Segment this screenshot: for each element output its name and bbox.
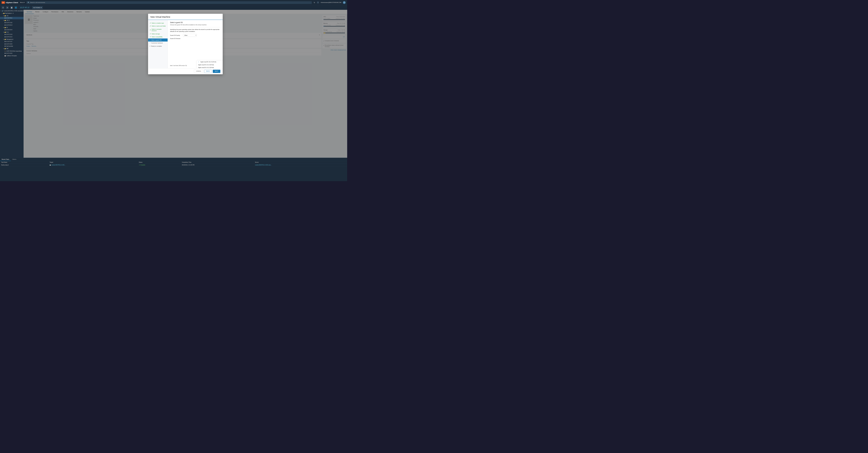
sidebar: ▾ 🔗 vcenter.MCSTD11-A-001.macstadium... … <box>0 10 24 158</box>
sidebar-item-catbench[interactable]: 📋 CatBench-Template <box>0 55 24 57</box>
icon-monitor[interactable]: 🖥 <box>6 6 8 9</box>
sidebar-item-12c2[interactable]: ▾ 📁 12C-2 <box>0 19 24 22</box>
status-label: Complete <box>140 164 145 166</box>
sidebar-item-label: 10.87.69.13 <box>6 25 12 26</box>
expand-icon: ▾ <box>2 13 2 14</box>
sidebar-item-vcenter[interactable]: ▾ 🔗 vcenter.MCSTD11-A-001.macstadium... <box>0 10 24 12</box>
modal-main-content: Select a guest OS Choose the guest OS th… <box>168 20 223 68</box>
th-completion-time[interactable]: Completion Time <box>181 161 254 164</box>
cancel-button[interactable]: CANCEL <box>194 70 203 73</box>
sidebar-item-label: MacStadium - A <box>5 13 13 14</box>
sidebar-item-vm6[interactable]: 🖥 10.87.33.15 <box>0 36 24 38</box>
sidebar-item-label: 10.32.45.11 <box>6 18 12 19</box>
template-icon: 📋 <box>4 55 6 57</box>
search-bar[interactable]: 🔍 Search in all environments <box>27 1 312 4</box>
step-8: 8 Ready to complete <box>148 45 168 47</box>
folder-icon: 📁 <box>4 20 6 21</box>
app-name: vSphere Client <box>6 1 18 3</box>
step7-num: 7 <box>150 42 151 44</box>
steps-panel: ✔ Select a creation type ✔ Select a name… <box>148 20 168 68</box>
help-icon[interactable]: ? <box>317 1 319 4</box>
menu-button[interactable]: Menu ▾ <box>20 2 25 3</box>
os-version-label: Guest OS Version: <box>170 38 182 39</box>
error-icon: ⬛ <box>4 50 6 52</box>
cell-completion-time: 06/18/2021, 3:11:56 PM <box>181 164 254 166</box>
table-row[interactable]: Deploy plug-in 🏢 vcenter.MCSTD11-A-001..… <box>0 164 347 166</box>
timestamp: 10:37:45 13 <box>19 6 30 9</box>
vm-icon: 🖥 <box>4 36 6 38</box>
os-family-select[interactable]: Other Windows Linux Mac OS Solaris <box>183 34 197 37</box>
sidebar-item-catcontroller[interactable]: 🖥 CatController <box>0 45 24 47</box>
sidebar-item-macstadium[interactable]: ▾ 📁 MacStadium - A <box>0 12 24 15</box>
th-target[interactable]: Target <box>49 161 137 164</box>
next-button[interactable]: NEXT <box>213 70 220 73</box>
sidebar-item-label: 6C <box>6 27 8 28</box>
icon-network[interactable]: 🌐 <box>14 6 17 9</box>
folder-icon: 📁 <box>4 31 6 33</box>
sidebar-item-6c[interactable]: ▾ 📁 6C <box>0 26 24 29</box>
os-family-row: Guest OS Family: Other Windows Linux Mac… <box>170 34 220 37</box>
sidebar-item-6c2[interactable]: ▾ 📁 6C-2 <box>0 31 24 33</box>
sidebar-item-label: 10.83.45.44 <box>6 29 12 31</box>
sidebar-item-vm2[interactable]: 🖥 10.87.0.312 <box>0 22 24 24</box>
secondbar: ⊞ 🖥 💾 🌐 10:37:45 13 ACTIONS ▾ <box>0 5 347 10</box>
modal-header: New Virtual Machine <box>148 14 223 20</box>
vm-icon: 🖥 <box>4 22 6 24</box>
folder-icon: 📁 <box>4 27 6 28</box>
refresh-icon[interactable]: ↻ <box>314 1 315 4</box>
vm-icon: 🖥 <box>4 41 6 42</box>
th-status[interactable]: Status <box>138 161 181 164</box>
sidebar-item-mm[interactable]: ▾ 📁 MM <box>0 47 24 50</box>
folder-icon: 📁 <box>4 48 6 50</box>
folder-icon: 📁 <box>3 13 5 14</box>
os-version-row: Guest OS Version: Apple macOS 10.14 (64-… <box>170 38 220 39</box>
status-check-icon: ✔ <box>139 164 140 166</box>
sidebar-item-vm8[interactable]: 🖥 10.87.43.03 <box>0 43 24 45</box>
sidebar-item-vm4[interactable]: 🖥 10.83.45.44 <box>0 29 24 31</box>
step-7: 7 Customize hardware <box>148 41 168 44</box>
bottom-tab-alarms[interactable]: Alarms <box>11 158 18 161</box>
icon-grid[interactable]: ⊞ <box>1 6 4 9</box>
sidebar-item-management[interactable]: ▾ 📁 Management <box>0 38 24 40</box>
sidebar-item-vm5[interactable]: 🖥 10.87.10.16 <box>0 33 24 36</box>
sidebar-item-label: 10.87.33.15 <box>6 36 12 38</box>
bottom-tab-recent-tasks[interactable]: Recent Tasks <box>0 158 11 161</box>
sidebar-item-label: 10.87.43.03 <box>6 43 12 45</box>
vm-icon: 🖥 <box>4 43 6 45</box>
sidebar-item-vm10[interactable]: 🖥 10.87.40.20 <box>0 52 24 55</box>
new-vm-modal: New Virtual Machine ✔ Select a creation … <box>148 14 223 74</box>
sidebar-item-label: vcenter.MCSTD11-A-001.macstadium... <box>4 10 24 12</box>
vm-icon: 🖥 <box>4 29 6 31</box>
step6-label: Select a guest OS <box>151 39 161 41</box>
modal-title: New Virtual Machine <box>151 16 220 18</box>
sidebar-item-12c[interactable]: ▾ 📁 12C <box>0 14 24 17</box>
vcenter-icon: 🔗 <box>2 10 3 12</box>
sidebar-item-label: MM <box>6 48 8 50</box>
th-task-name[interactable]: Task Name <box>0 161 49 164</box>
expand-icon: ▾ <box>3 15 4 17</box>
step-1: ✔ Select a creation type <box>148 21 168 25</box>
actions-button[interactable]: ACTIONS ▾ <box>32 6 43 9</box>
dropdown-item-2[interactable]: Apple macOS 10.12 (64-bit) <box>197 66 223 68</box>
th-server[interactable]: Server <box>254 161 347 164</box>
step8-num: 8 <box>150 45 151 47</box>
sidebar-item-vm3[interactable]: 🖥 10.87.69.13 <box>0 24 24 27</box>
sidebar-item-vm1[interactable]: 🖥 10.32.45.11 <box>0 17 24 20</box>
back-button[interactable]: BACK <box>204 70 212 73</box>
topbar: vm vSphere Client Menu ▾ 🔍 Search in all… <box>0 0 347 5</box>
step5-check-icon: ✔ <box>150 36 151 37</box>
description: Identifying the guest operating system h… <box>170 29 220 32</box>
sidebar-item-label: 10.87.40.20 <box>6 53 12 54</box>
icon-storage[interactable]: 💾 <box>10 6 13 9</box>
sidebar-item-vm9[interactable]: ⬛ 10.87.45.96 (Not responding) <box>0 50 24 52</box>
user-label[interactable]: Administrator@MACSTADIUM.COM <box>320 2 341 3</box>
collapse-icon: ▾ <box>1 10 1 12</box>
sidebar-item-label: CatBench-Template <box>6 55 17 57</box>
tasks-table: Task Name Target Status Completion Time … <box>0 161 347 166</box>
avatar[interactable]: A <box>343 1 346 4</box>
step-3: ✔ Select a compute resource <box>148 28 168 32</box>
os-version-dropdown[interactable]: Apple macOS 10.14 (64-bit) Apple macOS 1… <box>197 60 223 68</box>
sidebar-item-vm7[interactable]: 🖥 10.23.4.217 <box>0 40 24 43</box>
dropdown-item-1[interactable]: Apple macOS 10.13 (64-bit) <box>197 63 223 66</box>
dropdown-item-0[interactable]: Apple macOS 10.14 (64-bit) <box>197 60 223 63</box>
